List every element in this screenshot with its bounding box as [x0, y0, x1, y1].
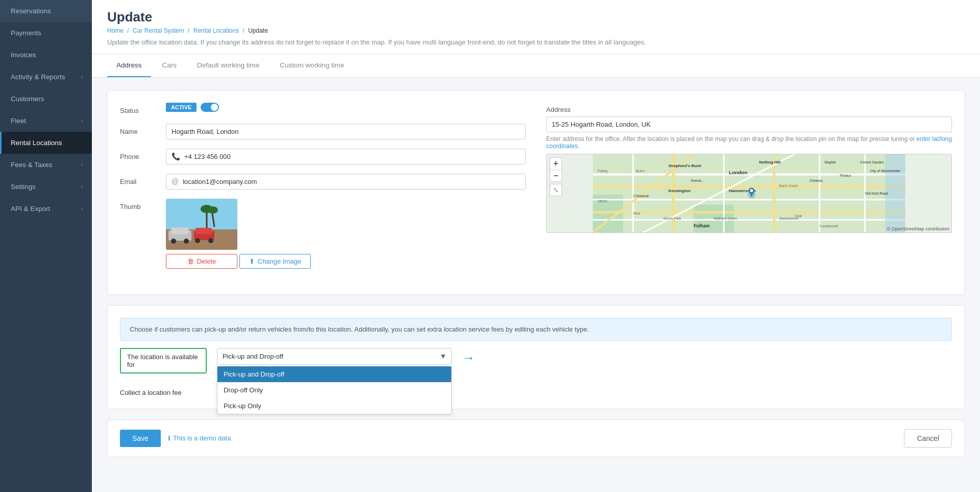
cancel-button[interactable]: Cancel — [904, 429, 952, 448]
svg-text:Pimlico: Pimlico — [840, 174, 851, 177]
map-controls: + − ⤡ — [550, 157, 562, 196]
dropdown-open: Pick-up and Drop-off Drop-off Only Pick-… — [217, 366, 452, 414]
sidebar-item-fleet[interactable]: Fleet › — [0, 110, 92, 132]
svg-point-9 — [184, 239, 189, 244]
sidebar-item-label: Payments — [11, 29, 41, 37]
svg-text:Camberwell: Camberwell — [820, 224, 839, 228]
at-icon: @ — [172, 177, 179, 185]
form-right: Address Enter address for the office. Af… — [546, 103, 952, 282]
svg-text:Oval: Oval — [794, 214, 802, 218]
page-header: Update Home / Car Rental System / Rental… — [92, 0, 980, 54]
svg-text:ntford: ntford — [598, 199, 607, 202]
svg-rect-0 — [166, 199, 237, 229]
svg-point-8 — [171, 239, 176, 244]
svg-text:Grove Park: Grove Park — [664, 217, 681, 220]
thumb-field-value: 🗑 Delete ⬆ Change Image — [166, 199, 526, 273]
footer-left: Save ℹ This is a demo data — [120, 430, 231, 447]
map-svg: Faling Acton Shepherd's Bush Notting Hil… — [547, 154, 951, 232]
info-text: Choose if customers can pick-up and/or r… — [130, 325, 589, 333]
breadcrumb: Home / Car Rental System / Rental Locati… — [107, 27, 965, 34]
sidebar: Reservations Payments Invoices Activity … — [0, 0, 92, 492]
location-type-select[interactable]: Pick-up and Drop-off Drop-off Only Pick-… — [217, 348, 452, 365]
svg-rect-30 — [885, 154, 905, 232]
sidebar-item-label: Fleet — [11, 117, 26, 125]
tab-custom-working-time[interactable]: Custom working time — [271, 54, 353, 77]
change-label: Change Image — [258, 257, 301, 265]
dropdown-wrapper: Pick-up and Drop-off Drop-off Only Pick-… — [217, 348, 452, 365]
field-thumb: Thumb — [120, 199, 526, 273]
name-label: Name — [120, 124, 166, 135]
status-label: Status — [120, 103, 166, 114]
change-image-button[interactable]: ⬆ Change Image — [239, 254, 311, 269]
page-description: Update the office location data. If you … — [107, 37, 965, 48]
svg-text:Kensi...: Kensi... — [691, 178, 704, 183]
save-button[interactable]: Save — [120, 430, 161, 447]
dropdown-option-pickup-dropoff[interactable]: Pick-up and Drop-off — [217, 366, 451, 382]
sidebar-item-settings[interactable]: Settings › — [0, 176, 92, 198]
map-expand-button[interactable]: ⤡ — [550, 184, 562, 196]
form-row: Status ACTIVE Name — [120, 103, 952, 282]
map-zoom-in-button[interactable]: + — [550, 157, 562, 170]
delete-button[interactable]: 🗑 Delete — [166, 254, 237, 269]
sidebar-item-label: Rental Locations — [11, 139, 62, 147]
sidebar-item-rental-locations[interactable]: Rental Locations — [0, 132, 92, 154]
svg-text:Earl's Court: Earl's Court — [779, 184, 798, 188]
arrow-indicator: → — [462, 348, 475, 366]
email-input-wrapper: @ — [166, 174, 526, 190]
sidebar-item-activity-reports[interactable]: Activity & Reports › — [0, 66, 92, 88]
svg-point-58 — [750, 189, 753, 192]
tab-address[interactable]: Address — [107, 54, 151, 77]
svg-text:Acton: Acton — [635, 169, 645, 172]
chevron-right-icon: › — [81, 206, 83, 212]
sidebar-item-payments[interactable]: Payments — [0, 22, 92, 44]
upload-icon: ⬆ — [249, 257, 255, 265]
svg-point-5 — [208, 206, 218, 214]
tab-cars[interactable]: Cars — [153, 54, 186, 77]
delete-label: Delete — [197, 257, 216, 265]
address-input-wrap — [546, 116, 952, 132]
sidebar-item-customers[interactable]: Customers — [0, 88, 92, 110]
map-container[interactable]: Faling Acton Shepherd's Bush Notting Hil… — [546, 154, 952, 233]
sidebar-item-label: API & Export — [11, 205, 50, 213]
demo-notice-text: This is a demo data — [173, 434, 231, 442]
sidebar-item-label: Fees & Taxes — [11, 161, 53, 169]
status-field-value: ACTIVE — [166, 103, 526, 112]
breadcrumb-rental-locations[interactable]: Rental Locations — [193, 27, 239, 34]
svg-point-13 — [208, 238, 213, 243]
status-toggle[interactable]: ACTIVE — [166, 103, 526, 112]
map-zoom-out-button[interactable]: − — [550, 170, 562, 182]
email-label: Email — [120, 174, 166, 185]
phone-input-wrapper: 📞 — [166, 149, 526, 165]
form-card: Status ACTIVE Name — [107, 90, 965, 295]
tab-default-working-time[interactable]: Default working time — [188, 54, 268, 77]
demo-notice: ℹ This is a demo data — [168, 434, 231, 442]
form-left: Status ACTIVE Name — [120, 103, 526, 282]
name-input[interactable] — [166, 124, 526, 139]
svg-text:Old Kent Road: Old Kent Road — [865, 191, 888, 195]
breadcrumb-home[interactable]: Home — [107, 27, 124, 34]
sidebar-item-fees-taxes[interactable]: Fees & Taxes › — [0, 154, 92, 176]
breadcrumb-car-rental[interactable]: Car Rental System — [133, 27, 184, 34]
page-title: Update — [107, 9, 965, 25]
email-input[interactable] — [183, 174, 520, 189]
dropdown-option-pickup-only[interactable]: Pick-up Only — [217, 398, 451, 414]
toggle-switch[interactable] — [201, 103, 219, 112]
content-area: Status ACTIVE Name — [92, 78, 980, 470]
svg-text:Mayfair: Mayfair — [825, 160, 837, 164]
name-field-value — [166, 124, 526, 139]
phone-input[interactable] — [184, 149, 520, 164]
sidebar-item-invoices[interactable]: Invoices — [0, 44, 92, 66]
dropdown-option-dropoff-only[interactable]: Drop-off Only — [217, 382, 451, 398]
sidebar-item-reservations[interactable]: Reservations — [0, 0, 92, 22]
field-name: Name — [120, 124, 526, 139]
collect-fee-label: Collect a location fee — [120, 389, 207, 396]
field-phone: Phone 📞 — [120, 149, 526, 165]
svg-text:London: London — [729, 170, 747, 175]
svg-text:City of Westminster: City of Westminster — [870, 169, 900, 173]
chevron-right-icon: › — [81, 74, 83, 80]
chevron-right-icon: › — [81, 162, 83, 168]
address-input[interactable] — [546, 116, 952, 132]
sidebar-item-api-export[interactable]: API & Export › — [0, 198, 92, 220]
footer-actions: Save ℹ This is a demo data Cancel — [107, 419, 965, 457]
info-icon: ℹ — [168, 434, 170, 442]
